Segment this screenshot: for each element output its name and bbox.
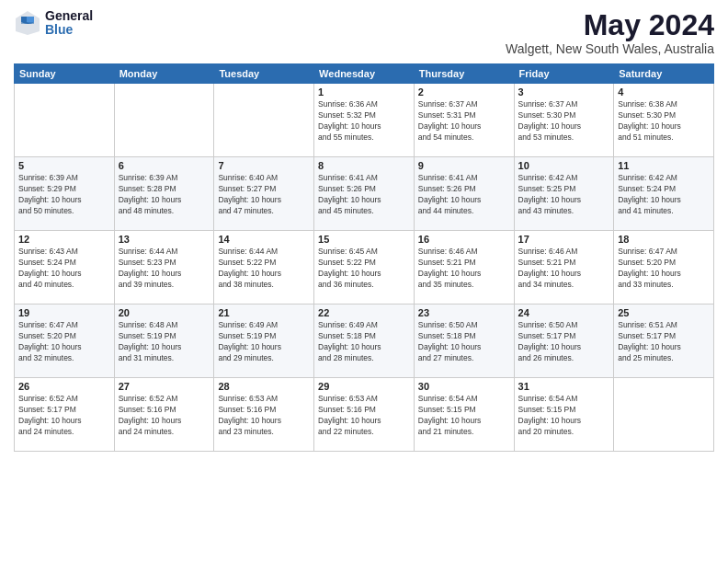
- calendar-week-1: 1Sunrise: 6:36 AMSunset: 5:32 PMDaylight…: [15, 84, 714, 157]
- day-info: Sunrise: 6:50 AMSunset: 5:18 PMDaylight:…: [418, 320, 510, 364]
- day-info: Sunrise: 6:48 AMSunset: 5:19 PMDaylight:…: [119, 320, 210, 364]
- day-info: Sunrise: 6:44 AMSunset: 5:23 PMDaylight:…: [119, 247, 210, 291]
- header-tuesday: Tuesday: [214, 64, 314, 84]
- day-number: 23: [418, 307, 510, 318]
- calendar-cell: 20Sunrise: 6:48 AMSunset: 5:19 PMDayligh…: [114, 304, 214, 378]
- day-info: Sunrise: 6:42 AMSunset: 5:25 PMDaylight:…: [518, 173, 610, 217]
- calendar-cell: 8Sunrise: 6:41 AMSunset: 5:26 PMDaylight…: [314, 157, 415, 231]
- day-info: Sunrise: 6:54 AMSunset: 5:15 PMDaylight:…: [418, 394, 510, 438]
- day-number: 24: [518, 307, 610, 318]
- logo-text: General Blue: [45, 9, 93, 38]
- day-info: Sunrise: 6:51 AMSunset: 5:17 PMDaylight:…: [618, 320, 710, 364]
- calendar-cell: 5Sunrise: 6:39 AMSunset: 5:29 PMDaylight…: [15, 157, 115, 231]
- subtitle: Walgett, New South Wales, Australia: [506, 41, 714, 56]
- calendar-cell: 30Sunrise: 6:54 AMSunset: 5:15 PMDayligh…: [414, 378, 514, 452]
- day-info: Sunrise: 6:45 AMSunset: 5:22 PMDaylight:…: [318, 247, 410, 291]
- calendar-cell: 19Sunrise: 6:47 AMSunset: 5:20 PMDayligh…: [15, 304, 115, 378]
- day-info: Sunrise: 6:53 AMSunset: 5:16 PMDaylight:…: [318, 394, 410, 438]
- day-info: Sunrise: 6:52 AMSunset: 5:17 PMDaylight:…: [18, 394, 110, 438]
- day-number: 17: [518, 234, 610, 245]
- calendar-cell: 1Sunrise: 6:36 AMSunset: 5:32 PMDaylight…: [314, 84, 415, 157]
- logo-icon: [14, 9, 41, 37]
- calendar-cell: 29Sunrise: 6:53 AMSunset: 5:16 PMDayligh…: [314, 378, 415, 452]
- day-info: Sunrise: 6:53 AMSunset: 5:16 PMDaylight:…: [218, 394, 310, 438]
- day-number: 6: [119, 160, 210, 171]
- day-info: Sunrise: 6:46 AMSunset: 5:21 PMDaylight:…: [518, 247, 610, 291]
- calendar-cell: 10Sunrise: 6:42 AMSunset: 5:25 PMDayligh…: [514, 157, 614, 231]
- day-number: 31: [518, 381, 610, 392]
- day-info: Sunrise: 6:39 AMSunset: 5:29 PMDaylight:…: [18, 173, 110, 217]
- calendar-cell: [214, 84, 314, 157]
- day-number: 15: [318, 234, 410, 245]
- day-info: Sunrise: 6:47 AMSunset: 5:20 PMDaylight:…: [18, 320, 110, 364]
- calendar-cell: 28Sunrise: 6:53 AMSunset: 5:16 PMDayligh…: [214, 378, 314, 452]
- day-number: 9: [418, 160, 510, 171]
- header-monday: Monday: [114, 64, 214, 84]
- day-info: Sunrise: 6:43 AMSunset: 5:24 PMDaylight:…: [18, 247, 110, 291]
- header-friday: Friday: [514, 64, 614, 84]
- day-info: Sunrise: 6:37 AMSunset: 5:31 PMDaylight:…: [418, 99, 510, 144]
- day-info: Sunrise: 6:42 AMSunset: 5:24 PMDaylight:…: [618, 173, 710, 217]
- header-wednesday: Wednesday: [314, 64, 415, 84]
- calendar-cell: 23Sunrise: 6:50 AMSunset: 5:18 PMDayligh…: [414, 304, 514, 378]
- calendar-cell: 2Sunrise: 6:37 AMSunset: 5:31 PMDaylight…: [414, 84, 514, 157]
- day-info: Sunrise: 6:40 AMSunset: 5:27 PMDaylight:…: [218, 173, 310, 217]
- svg-rect-1: [21, 22, 34, 24]
- day-number: 25: [618, 307, 710, 318]
- calendar-cell: 4Sunrise: 6:38 AMSunset: 5:30 PMDaylight…: [614, 84, 714, 157]
- day-number: 5: [18, 160, 110, 171]
- day-number: 12: [18, 234, 110, 245]
- day-info: Sunrise: 6:39 AMSunset: 5:28 PMDaylight:…: [119, 173, 210, 217]
- page: General Blue May 2024 Walgett, New South…: [0, 0, 728, 563]
- calendar-week-2: 5Sunrise: 6:39 AMSunset: 5:29 PMDaylight…: [15, 157, 714, 231]
- day-number: 3: [518, 86, 610, 98]
- calendar-week-5: 26Sunrise: 6:52 AMSunset: 5:17 PMDayligh…: [15, 378, 714, 452]
- day-number: 8: [318, 160, 410, 171]
- calendar-week-4: 19Sunrise: 6:47 AMSunset: 5:20 PMDayligh…: [15, 304, 714, 378]
- header-sunday: Sunday: [15, 64, 115, 84]
- calendar-cell: 13Sunrise: 6:44 AMSunset: 5:23 PMDayligh…: [114, 231, 214, 304]
- day-number: 22: [318, 307, 410, 318]
- day-info: Sunrise: 6:46 AMSunset: 5:21 PMDaylight:…: [418, 247, 510, 291]
- day-number: 27: [119, 381, 210, 392]
- calendar-cell: 6Sunrise: 6:39 AMSunset: 5:28 PMDaylight…: [114, 157, 214, 231]
- logo-blue-text: Blue: [45, 23, 93, 37]
- day-number: 21: [218, 307, 310, 318]
- header: General Blue May 2024 Walgett, New South…: [14, 9, 714, 56]
- calendar: Sunday Monday Tuesday Wednesday Thursday…: [14, 63, 714, 452]
- title-block: May 2024 Walgett, New South Wales, Austr…: [506, 9, 714, 56]
- main-title: May 2024: [506, 9, 714, 41]
- day-info: Sunrise: 6:49 AMSunset: 5:18 PMDaylight:…: [318, 320, 410, 364]
- day-number: 14: [218, 234, 310, 245]
- calendar-cell: 31Sunrise: 6:54 AMSunset: 5:15 PMDayligh…: [514, 378, 614, 452]
- day-number: 28: [218, 381, 310, 392]
- calendar-cell: 18Sunrise: 6:47 AMSunset: 5:20 PMDayligh…: [614, 231, 714, 304]
- day-info: Sunrise: 6:47 AMSunset: 5:20 PMDaylight:…: [618, 247, 710, 291]
- day-number: 29: [318, 381, 410, 392]
- day-info: Sunrise: 6:36 AMSunset: 5:32 PMDaylight:…: [318, 99, 410, 144]
- day-number: 13: [119, 234, 210, 245]
- logo: General Blue: [14, 9, 93, 38]
- day-number: 11: [618, 160, 710, 171]
- day-info: Sunrise: 6:41 AMSunset: 5:26 PMDaylight:…: [318, 173, 410, 217]
- header-thursday: Thursday: [414, 64, 514, 84]
- calendar-cell: 24Sunrise: 6:50 AMSunset: 5:17 PMDayligh…: [514, 304, 614, 378]
- calendar-cell: [15, 84, 115, 157]
- day-number: 19: [18, 307, 110, 318]
- day-number: 26: [18, 381, 110, 392]
- day-info: Sunrise: 6:52 AMSunset: 5:16 PMDaylight:…: [119, 394, 210, 438]
- header-saturday: Saturday: [614, 64, 714, 84]
- day-number: 20: [119, 307, 210, 318]
- calendar-week-3: 12Sunrise: 6:43 AMSunset: 5:24 PMDayligh…: [15, 231, 714, 304]
- day-info: Sunrise: 6:49 AMSunset: 5:19 PMDaylight:…: [218, 320, 310, 364]
- day-info: Sunrise: 6:37 AMSunset: 5:30 PMDaylight:…: [518, 99, 610, 144]
- day-info: Sunrise: 6:38 AMSunset: 5:30 PMDaylight:…: [618, 99, 710, 144]
- day-info: Sunrise: 6:54 AMSunset: 5:15 PMDaylight:…: [518, 394, 610, 438]
- calendar-cell: [614, 378, 714, 452]
- calendar-cell: 14Sunrise: 6:44 AMSunset: 5:22 PMDayligh…: [214, 231, 314, 304]
- day-number: 16: [418, 234, 510, 245]
- calendar-cell: 21Sunrise: 6:49 AMSunset: 5:19 PMDayligh…: [214, 304, 314, 378]
- calendar-cell: 3Sunrise: 6:37 AMSunset: 5:30 PMDaylight…: [514, 84, 614, 157]
- calendar-cell: 26Sunrise: 6:52 AMSunset: 5:17 PMDayligh…: [15, 378, 115, 452]
- logo-general-text: General: [45, 9, 93, 23]
